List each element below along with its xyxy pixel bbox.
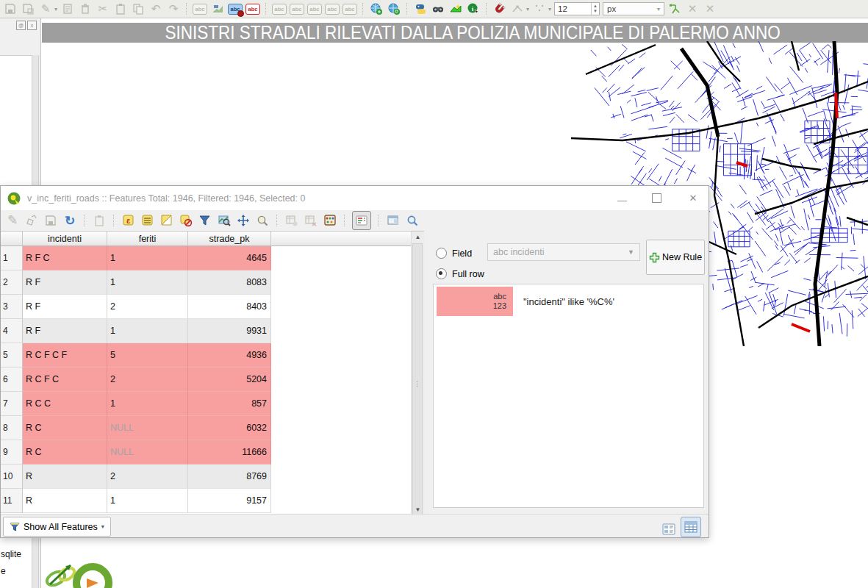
undo-icon[interactable]: ↶ — [148, 1, 163, 16]
cell-incidenti[interactable]: R C — [23, 416, 107, 440]
spin-steppers[interactable]: ▲▼ — [591, 3, 599, 15]
row-number[interactable]: 6 — [1, 368, 23, 392]
font-size-value[interactable]: 12 — [555, 4, 591, 13]
select-all-icon[interactable] — [140, 213, 155, 228]
cell-incidenti[interactable]: R — [23, 465, 107, 489]
style-tools-icon[interactable]: ✎ — [38, 1, 53, 16]
label-gray-icon[interactable]: abc — [193, 1, 207, 16]
table-vertical-scrollbar[interactable]: ▲ ⋮ ▼ — [411, 232, 424, 515]
column-header-strade-pk[interactable]: strade_pk — [188, 232, 271, 246]
multiedit-icon[interactable] — [24, 213, 39, 228]
row-number[interactable]: 11 — [1, 489, 23, 513]
label-rotate-icon[interactable]: abc — [325, 1, 340, 16]
delete-field-icon[interactable] — [304, 213, 318, 228]
cell-strade-pk[interactable]: 6032 — [188, 416, 271, 440]
field-radio-label[interactable]: Field — [452, 248, 472, 259]
cell-incidenti[interactable]: R C F C F — [23, 343, 107, 368]
maximize-button[interactable] — [652, 193, 661, 203]
cell-strade-pk[interactable]: 5204 — [188, 368, 271, 392]
label-pin-icon[interactable]: abc — [272, 1, 287, 16]
cell-strade-pk[interactable]: 857 — [188, 392, 271, 416]
cell-incidenti[interactable]: R F — [23, 295, 107, 319]
scroll-up-icon[interactable]: ▲ — [412, 234, 424, 240]
vertex-tool-caret[interactable]: ▾ — [526, 6, 529, 12]
cell-incidenti[interactable]: R F — [23, 270, 107, 295]
new-field-icon[interactable] — [284, 213, 299, 228]
unit-combo[interactable]: px ▾ — [603, 2, 664, 15]
save-edits-icon[interactable] — [43, 213, 58, 228]
panel-undock-icon[interactable]: @ — [16, 21, 26, 30]
cell-incidenti[interactable]: R C F C — [23, 368, 107, 392]
field-combo[interactable]: abc incidenti ▼ — [487, 243, 640, 261]
row-number[interactable]: 2 — [1, 270, 23, 295]
cell-incidenti[interactable]: R C — [23, 440, 107, 465]
close-button[interactable]: ✕ — [686, 193, 700, 204]
row-number[interactable]: 4 — [1, 319, 23, 343]
layer-labeling-icon[interactable] — [210, 1, 225, 16]
redo-icon[interactable]: ↷ — [166, 1, 181, 16]
panel-close-icon[interactable]: x — [27, 21, 37, 30]
row-number[interactable]: 5 — [1, 343, 23, 368]
label-unplaced-icon[interactable]: abc — [245, 1, 260, 16]
close-a-icon[interactable]: ✕ — [685, 1, 700, 16]
cell-feriti[interactable]: 1 — [107, 392, 188, 416]
layer-label-e[interactable]: e — [1, 566, 30, 576]
processing-area-icon[interactable] — [448, 1, 463, 16]
flash-features-icon[interactable] — [255, 213, 270, 228]
advanced-digitizing-caret[interactable]: ▾ — [548, 6, 551, 12]
cell-strade-pk[interactable]: 11666 — [188, 440, 271, 465]
new-layout-icon[interactable] — [60, 1, 75, 16]
cell-feriti[interactable]: 2 — [107, 295, 188, 319]
show-all-features-button[interactable]: Show All Features ▾ — [3, 517, 111, 537]
cell-strade-pk[interactable]: 4645 — [188, 246, 271, 270]
snapping-magnet-icon[interactable] — [492, 1, 507, 16]
row-number[interactable]: 9 — [1, 440, 23, 465]
paste-features-icon[interactable] — [92, 213, 107, 228]
cell-feriti[interactable]: 2 — [107, 368, 188, 392]
vertex-tool-icon[interactable] — [510, 1, 525, 16]
cell-incidenti[interactable]: R — [23, 489, 107, 513]
cell-feriti[interactable]: 1 — [107, 270, 188, 295]
invert-selection-icon[interactable] — [159, 213, 174, 228]
minimize-button[interactable] — [617, 195, 627, 201]
rule-format-swatch[interactable]: abc 123 — [437, 287, 513, 316]
row-number[interactable]: 10 — [1, 465, 23, 489]
new-rule-button[interactable]: New Rule — [646, 240, 705, 275]
label-edit-icon[interactable]: abc — [342, 1, 357, 16]
cell-feriti[interactable]: 1 — [107, 319, 188, 343]
zoom-to-selection-icon[interactable] — [217, 213, 232, 228]
label-pin-active-icon[interactable]: abc — [228, 1, 243, 16]
column-header-incidenti[interactable]: incidenti — [23, 232, 107, 246]
cell-strade-pk[interactable]: 8083 — [188, 270, 271, 295]
style-tools-caret[interactable]: ▾ — [54, 6, 57, 12]
save-edits-icon[interactable] — [21, 1, 35, 16]
cell-incidenti[interactable]: R F — [23, 319, 107, 343]
cell-strade-pk[interactable]: 8403 — [188, 295, 271, 319]
table-view-toggle[interactable] — [681, 517, 701, 537]
trash-icon[interactable] — [78, 1, 93, 16]
close-b-icon[interactable]: ✕ — [703, 1, 717, 16]
deselect-all-icon[interactable] — [179, 213, 193, 228]
font-size-spinbox[interactable]: 12 ▲▼ — [554, 2, 600, 15]
conditional-formatting-button[interactable] — [352, 211, 371, 230]
python-console-icon[interactable] — [413, 1, 428, 16]
topology-checker-icon[interactable] — [667, 1, 682, 16]
cell-feriti[interactable]: NULL — [107, 440, 188, 465]
row-number[interactable]: 1 — [1, 246, 23, 270]
cell-incidenti[interactable]: R C C — [23, 392, 107, 416]
full-row-radio-label[interactable]: Full row — [452, 269, 484, 279]
label-move-icon[interactable]: abc — [307, 1, 322, 16]
cell-strade-pk[interactable]: 4936 — [188, 343, 271, 368]
field-calculator-icon[interactable] — [323, 213, 337, 228]
cell-feriti[interactable]: 5 — [107, 343, 188, 368]
save-icon[interactable] — [3, 1, 18, 16]
scroll-down-icon[interactable]: ▼ — [412, 506, 424, 513]
cell-feriti[interactable]: NULL — [107, 416, 188, 440]
pan-to-selection-icon[interactable] — [236, 213, 251, 228]
dock-table-icon[interactable] — [386, 213, 401, 228]
column-header-feriti[interactable]: feriti — [107, 232, 188, 246]
cell-incidenti[interactable]: R F C — [23, 246, 107, 270]
paste-icon[interactable] — [113, 1, 128, 16]
cell-strade-pk[interactable]: 8769 — [188, 465, 271, 489]
cell-feriti[interactable]: 1 — [107, 489, 188, 513]
